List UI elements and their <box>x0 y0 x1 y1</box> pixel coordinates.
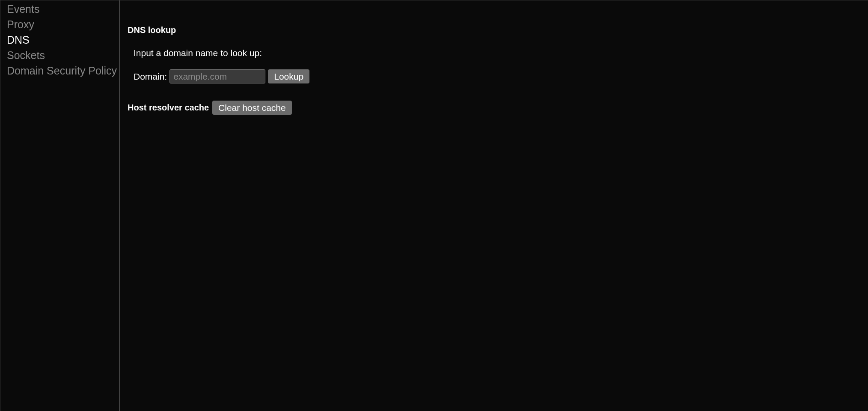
sidebar-item-sockets[interactable]: Sockets <box>7 48 119 63</box>
sidebar-item-domain-security-policy[interactable]: Domain Security Policy <box>7 63 119 78</box>
domain-label: Domain: <box>134 71 167 82</box>
host-resolver-cache-row: Host resolver cache Clear host cache <box>128 101 860 115</box>
dns-lookup-title: DNS lookup <box>128 25 860 35</box>
domain-input[interactable] <box>169 69 265 83</box>
main-content: DNS lookup Input a domain name to look u… <box>120 0 868 411</box>
sidebar: Events Proxy DNS Sockets Domain Security… <box>0 0 120 411</box>
app-root: Events Proxy DNS Sockets Domain Security… <box>0 0 868 411</box>
lookup-button[interactable]: Lookup <box>268 69 309 83</box>
host-resolver-cache-label: Host resolver cache <box>128 103 209 113</box>
dns-lookup-form-row: Domain: Lookup <box>134 69 860 83</box>
sidebar-item-dns[interactable]: DNS <box>7 32 119 48</box>
sidebar-item-events[interactable]: Events <box>7 1 119 17</box>
sidebar-item-proxy[interactable]: Proxy <box>7 17 119 32</box>
dns-lookup-instruction: Input a domain name to look up: <box>134 48 860 58</box>
clear-host-cache-button[interactable]: Clear host cache <box>212 101 292 115</box>
